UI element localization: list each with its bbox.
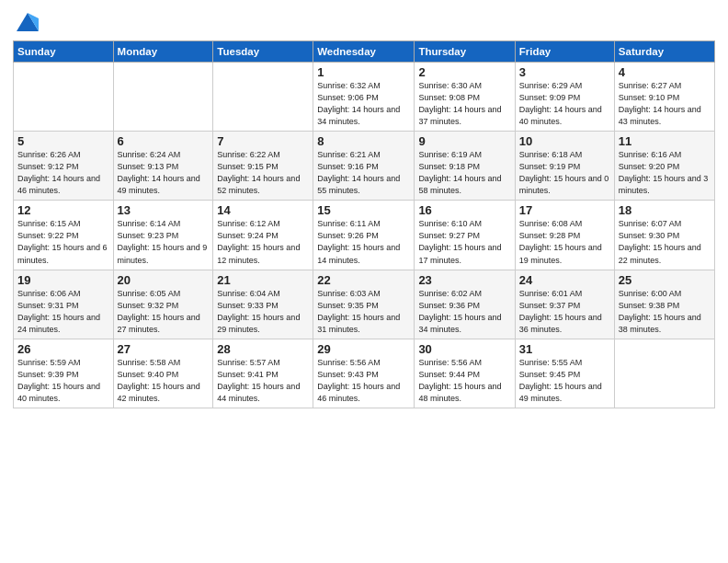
day-number: 10 — [519, 134, 610, 148]
day-number: 7 — [217, 134, 309, 148]
day-number: 3 — [519, 65, 610, 79]
week-row-0: 1Sunrise: 6:32 AM Sunset: 9:06 PM Daylig… — [14, 63, 715, 132]
day-number: 13 — [118, 203, 210, 217]
calendar-cell: 7Sunrise: 6:22 AM Sunset: 9:15 PM Daylig… — [213, 132, 313, 201]
calendar-cell: 3Sunrise: 6:29 AM Sunset: 9:09 PM Daylig… — [515, 63, 614, 132]
calendar-table: SundayMondayTuesdayWednesdayThursdayFrid… — [13, 40, 715, 408]
day-info: Sunrise: 5:56 AM Sunset: 9:44 PM Dayligh… — [418, 357, 510, 405]
day-info: Sunrise: 6:05 AM Sunset: 9:32 PM Dayligh… — [118, 288, 210, 336]
day-info: Sunrise: 5:58 AM Sunset: 9:40 PM Dayligh… — [118, 357, 210, 405]
day-info: Sunrise: 6:01 AM Sunset: 9:37 PM Dayligh… — [519, 288, 610, 336]
logo — [13, 9, 40, 35]
calendar-cell: 12Sunrise: 6:15 AM Sunset: 9:22 PM Dayli… — [14, 201, 114, 270]
week-row-4: 26Sunrise: 5:59 AM Sunset: 9:39 PM Dayli… — [14, 339, 715, 408]
calendar-cell: 21Sunrise: 6:04 AM Sunset: 9:33 PM Dayli… — [213, 270, 313, 339]
logo-icon — [15, 9, 40, 35]
calendar-cell: 6Sunrise: 6:24 AM Sunset: 9:13 PM Daylig… — [113, 132, 213, 201]
day-number: 22 — [317, 273, 410, 287]
day-info: Sunrise: 6:06 AM Sunset: 9:31 PM Dayligh… — [17, 288, 109, 336]
day-info: Sunrise: 6:29 AM Sunset: 9:09 PM Dayligh… — [519, 80, 610, 128]
day-number: 11 — [619, 134, 711, 148]
day-number: 23 — [418, 273, 510, 287]
day-info: Sunrise: 5:56 AM Sunset: 9:43 PM Dayligh… — [317, 357, 410, 405]
day-info: Sunrise: 6:19 AM Sunset: 9:18 PM Dayligh… — [418, 149, 510, 197]
calendar-cell: 11Sunrise: 6:16 AM Sunset: 9:20 PM Dayli… — [614, 132, 714, 201]
day-number: 9 — [418, 134, 510, 148]
day-info: Sunrise: 6:03 AM Sunset: 9:35 PM Dayligh… — [317, 288, 410, 336]
day-info: Sunrise: 6:27 AM Sunset: 9:10 PM Dayligh… — [619, 80, 711, 128]
day-number: 5 — [17, 134, 109, 148]
day-number: 8 — [317, 134, 410, 148]
day-info: Sunrise: 6:32 AM Sunset: 9:06 PM Dayligh… — [317, 80, 410, 128]
calendar-cell: 26Sunrise: 5:59 AM Sunset: 9:39 PM Dayli… — [14, 339, 114, 408]
calendar-cell — [614, 339, 714, 408]
day-number: 27 — [118, 342, 210, 356]
day-info: Sunrise: 6:00 AM Sunset: 9:38 PM Dayligh… — [619, 288, 711, 336]
calendar-cell — [113, 63, 213, 132]
day-number: 25 — [619, 273, 711, 287]
calendar-cell: 24Sunrise: 6:01 AM Sunset: 9:37 PM Dayli… — [515, 270, 614, 339]
day-info: Sunrise: 6:02 AM Sunset: 9:36 PM Dayligh… — [418, 288, 510, 336]
calendar-header: SundayMondayTuesdayWednesdayThursdayFrid… — [14, 41, 715, 63]
calendar-cell: 31Sunrise: 5:55 AM Sunset: 9:45 PM Dayli… — [515, 339, 614, 408]
day-header-saturday: Saturday — [614, 41, 714, 63]
day-info: Sunrise: 6:08 AM Sunset: 9:28 PM Dayligh… — [519, 218, 610, 266]
day-number: 21 — [217, 273, 309, 287]
calendar-cell: 19Sunrise: 6:06 AM Sunset: 9:31 PM Dayli… — [14, 270, 114, 339]
calendar-cell: 23Sunrise: 6:02 AM Sunset: 9:36 PM Dayli… — [415, 270, 515, 339]
day-info: Sunrise: 6:07 AM Sunset: 9:30 PM Dayligh… — [619, 218, 711, 266]
header — [13, 9, 715, 35]
day-info: Sunrise: 6:26 AM Sunset: 9:12 PM Dayligh… — [17, 149, 109, 197]
day-number: 24 — [519, 273, 610, 287]
week-row-2: 12Sunrise: 6:15 AM Sunset: 9:22 PM Dayli… — [14, 201, 715, 270]
days-header-row: SundayMondayTuesdayWednesdayThursdayFrid… — [14, 41, 715, 63]
day-number: 1 — [317, 65, 410, 79]
week-row-1: 5Sunrise: 6:26 AM Sunset: 9:12 PM Daylig… — [14, 132, 715, 201]
calendar-cell: 16Sunrise: 6:10 AM Sunset: 9:27 PM Dayli… — [415, 201, 515, 270]
day-info: Sunrise: 6:10 AM Sunset: 9:27 PM Dayligh… — [418, 218, 510, 266]
day-number: 2 — [418, 65, 510, 79]
calendar-cell: 20Sunrise: 6:05 AM Sunset: 9:32 PM Dayli… — [113, 270, 213, 339]
day-info: Sunrise: 6:04 AM Sunset: 9:33 PM Dayligh… — [217, 288, 309, 336]
day-number: 14 — [217, 203, 309, 217]
calendar-cell: 13Sunrise: 6:14 AM Sunset: 9:23 PM Dayli… — [113, 201, 213, 270]
day-number: 28 — [217, 342, 309, 356]
day-number: 30 — [418, 342, 510, 356]
day-info: Sunrise: 6:15 AM Sunset: 9:22 PM Dayligh… — [17, 218, 109, 266]
day-header-monday: Monday — [113, 41, 213, 63]
day-number: 12 — [17, 203, 109, 217]
calendar-cell: 17Sunrise: 6:08 AM Sunset: 9:28 PM Dayli… — [515, 201, 614, 270]
day-header-friday: Friday — [515, 41, 614, 63]
calendar-cell — [14, 63, 114, 132]
calendar-cell: 4Sunrise: 6:27 AM Sunset: 9:10 PM Daylig… — [614, 63, 714, 132]
calendar-cell: 5Sunrise: 6:26 AM Sunset: 9:12 PM Daylig… — [14, 132, 114, 201]
calendar-cell: 30Sunrise: 5:56 AM Sunset: 9:44 PM Dayli… — [415, 339, 515, 408]
day-number: 29 — [317, 342, 410, 356]
day-number: 18 — [619, 203, 711, 217]
day-number: 31 — [519, 342, 610, 356]
calendar-cell: 1Sunrise: 6:32 AM Sunset: 9:06 PM Daylig… — [313, 63, 415, 132]
calendar-cell: 15Sunrise: 6:11 AM Sunset: 9:26 PM Dayli… — [313, 201, 415, 270]
day-info: Sunrise: 6:18 AM Sunset: 9:19 PM Dayligh… — [519, 149, 610, 197]
day-info: Sunrise: 5:55 AM Sunset: 9:45 PM Dayligh… — [519, 357, 610, 405]
calendar-cell: 28Sunrise: 5:57 AM Sunset: 9:41 PM Dayli… — [213, 339, 313, 408]
day-info: Sunrise: 6:30 AM Sunset: 9:08 PM Dayligh… — [418, 80, 510, 128]
calendar-cell — [213, 63, 313, 132]
day-number: 19 — [17, 273, 109, 287]
calendar-cell: 29Sunrise: 5:56 AM Sunset: 9:43 PM Dayli… — [313, 339, 415, 408]
day-number: 15 — [317, 203, 410, 217]
calendar-cell: 18Sunrise: 6:07 AM Sunset: 9:30 PM Dayli… — [614, 201, 714, 270]
calendar-cell: 25Sunrise: 6:00 AM Sunset: 9:38 PM Dayli… — [614, 270, 714, 339]
day-header-thursday: Thursday — [415, 41, 515, 63]
day-header-sunday: Sunday — [14, 41, 114, 63]
calendar-cell: 22Sunrise: 6:03 AM Sunset: 9:35 PM Dayli… — [313, 270, 415, 339]
calendar-cell: 14Sunrise: 6:12 AM Sunset: 9:24 PM Dayli… — [213, 201, 313, 270]
page: SundayMondayTuesdayWednesdayThursdayFrid… — [0, 0, 728, 563]
calendar-cell: 10Sunrise: 6:18 AM Sunset: 9:19 PM Dayli… — [515, 132, 614, 201]
calendar-cell: 27Sunrise: 5:58 AM Sunset: 9:40 PM Dayli… — [113, 339, 213, 408]
day-header-tuesday: Tuesday — [213, 41, 313, 63]
day-info: Sunrise: 6:24 AM Sunset: 9:13 PM Dayligh… — [118, 149, 210, 197]
calendar-body: 1Sunrise: 6:32 AM Sunset: 9:06 PM Daylig… — [14, 63, 715, 408]
week-row-3: 19Sunrise: 6:06 AM Sunset: 9:31 PM Dayli… — [14, 270, 715, 339]
day-number: 4 — [619, 65, 711, 79]
